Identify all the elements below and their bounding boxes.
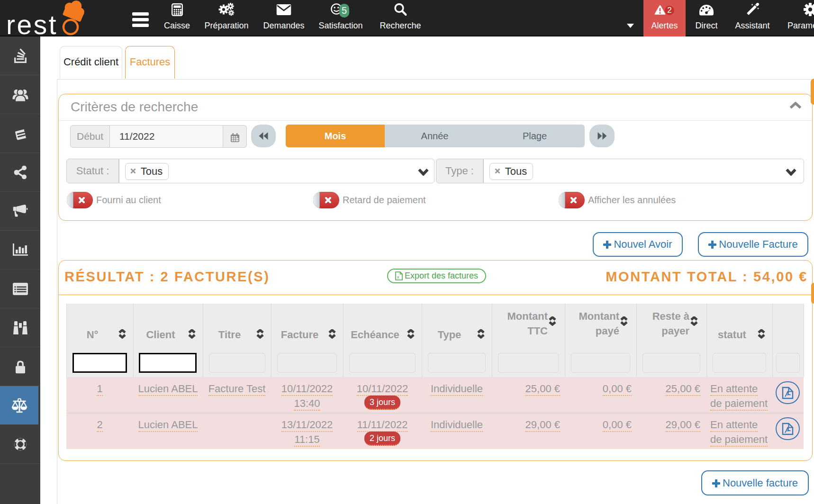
svg-text:x: x [397,275,399,279]
svg-text:rest: rest [6,9,58,36]
